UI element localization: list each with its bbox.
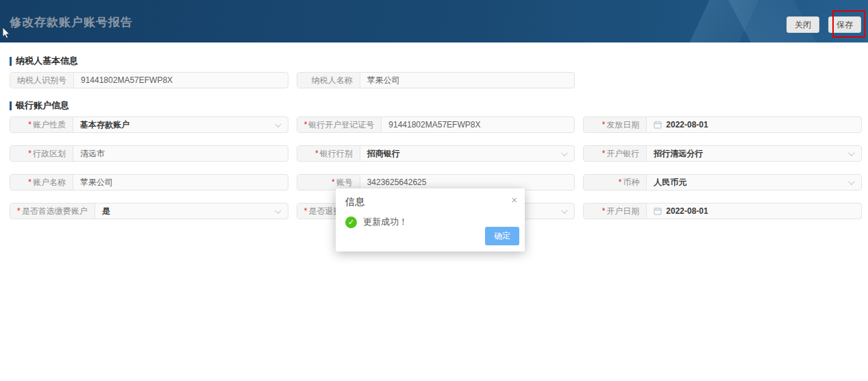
account-nature-label: 账户性质 [10,117,73,132]
dialog-message: 更新成功！ [363,216,408,228]
section-title-bank: 银行账户信息 [10,101,862,110]
page-header: 修改存款账户账号报告 关闭 保存 [0,0,868,42]
taxpayer-id-label: 纳税人识别号 [10,73,74,88]
taxpayer-name-field[interactable]: 纳税人名称 苹果公司 [297,72,575,88]
opening-bank-label: 开户银行 [584,146,647,161]
preferred-payment-label: 是否首选缴费账户 [10,204,95,219]
header-actions: 关闭 保存 [786,16,861,33]
taxpayer-name-value[interactable]: 苹果公司 [360,75,575,86]
section-title-taxpayer: 纳税人基本信息 [10,56,862,66]
bank-category-value[interactable]: 招商银行 [360,148,562,160]
bank-category-label: 银行行别 [297,146,360,161]
bank-row-1: 账户性质 基本存款账户 银行开户登记证号 91441802MA57EFWP8X … [10,116,862,133]
account-nature-value[interactable]: 基本存款账户 [73,119,275,131]
bank-registration-no-field[interactable]: 银行开户登记证号 91441802MA57EFWP8X [297,116,575,133]
mouse-cursor [2,27,10,42]
chevron-down-icon[interactable] [275,121,282,127]
chevron-down-icon[interactable] [561,207,568,214]
page-title: 修改存款账户账号报告 [10,14,133,30]
bank-registration-no-value[interactable]: 91441802MA57EFWP8X [382,120,574,130]
close-button[interactable]: 关闭 [786,16,819,33]
dialog-title: 信息 [345,196,364,208]
admin-division-field[interactable]: 行政区划 清远市 [10,145,288,162]
chevron-down-icon[interactable] [275,207,282,214]
message-dialog: 信息 × 更新成功！ 确定 [336,188,525,251]
preferred-payment-value[interactable]: 是 [95,206,275,217]
account-name-label: 账户名称 [10,175,73,190]
account-number-label: 账号 [297,175,360,190]
close-icon[interactable]: × [511,195,517,206]
currency-label: 币种 [584,175,647,190]
calendar-icon[interactable] [654,121,662,129]
chevron-down-icon[interactable] [561,149,568,156]
bank-category-select[interactable]: 银行行别 招商银行 [297,145,575,162]
success-check-icon [345,217,357,228]
save-button[interactable]: 保存 [828,16,861,33]
bank-row-2: 行政区划 清远市 银行行别 招商银行 开户银行 招行清远分行 [10,145,862,162]
preferred-payment-select[interactable]: 是否首选缴费账户 是 [10,203,288,219]
taxpayer-id-value[interactable]: 91441802MA57EFWP8X [74,75,288,85]
taxpayer-name-label: 纳税人名称 [297,73,360,88]
opening-date-picker[interactable]: 开户日期 2022-08-01 [583,203,862,219]
calendar-icon[interactable] [654,207,662,215]
taxpayer-id-field[interactable]: 纳税人识别号 91441802MA57EFWP8X [10,72,288,88]
account-name-field[interactable]: 账户名称 苹果公司 [10,174,288,190]
issue-date-picker[interactable]: 发放日期 2022-08-01 [583,116,862,133]
account-name-value[interactable]: 苹果公司 [73,177,288,188]
opening-date-value[interactable]: 2022-08-01 [647,206,861,216]
bank-registration-no-label: 银行开户登记证号 [297,117,382,132]
chevron-down-icon[interactable] [848,178,855,185]
chevron-down-icon[interactable] [848,149,855,156]
opening-date-text: 2022-08-01 [666,206,708,216]
opening-date-label: 开户日期 [584,204,647,219]
dialog-body: 更新成功！ [345,216,408,228]
account-nature-select[interactable]: 账户性质 基本存款账户 [10,116,288,133]
admin-division-label: 行政区划 [10,146,73,161]
opening-bank-value[interactable]: 招行清远分行 [647,148,848,160]
issue-date-value[interactable]: 2022-08-01 [647,120,861,130]
issue-date-text: 2022-08-01 [666,120,708,130]
opening-bank-select[interactable]: 开户银行 招行清远分行 [583,145,862,162]
currency-select[interactable]: 币种 人民币元 [583,174,862,190]
currency-value[interactable]: 人民币元 [647,177,848,188]
issue-date-label: 发放日期 [584,117,647,132]
account-number-value[interactable]: 3423625642625 [360,177,575,187]
taxpayer-row: 纳税人识别号 91441802MA57EFWP8X 纳税人名称 苹果公司 [10,72,862,88]
ok-button[interactable]: 确定 [485,227,519,245]
admin-division-value[interactable]: 清远市 [73,148,288,160]
